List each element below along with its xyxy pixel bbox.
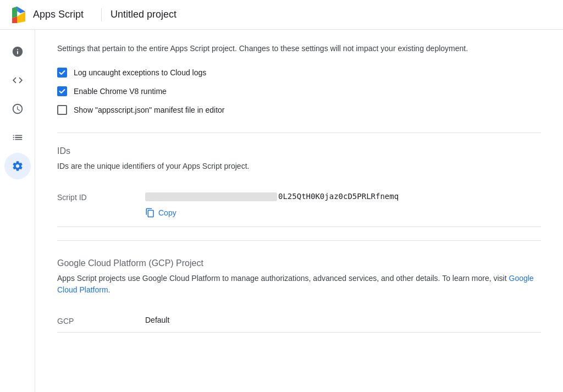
- checkbox-chrome-v8[interactable]: Enable Chrome V8 runtime: [57, 86, 541, 96]
- gcp-description: Apps Script projects use Google Cloud Pl…: [57, 273, 541, 296]
- code-icon: [12, 74, 24, 86]
- sidebar-item-settings[interactable]: [4, 153, 31, 179]
- settings-icon: [12, 160, 24, 172]
- sidebar-item-editor[interactable]: [4, 67, 31, 93]
- script-id-suffix: 0L25QtH0K0jaz0cD5PRLRfnemq: [278, 192, 399, 201]
- copy-icon: [145, 208, 155, 218]
- sidebar-item-triggers[interactable]: [4, 96, 31, 122]
- checkbox-log-exceptions[interactable]: Log uncaught exceptions to Cloud logs: [57, 68, 541, 78]
- svg-marker-2: [17, 12, 25, 23]
- main-content: Settings that pertain to the entire Apps…: [35, 30, 563, 346]
- list-icon: [12, 131, 24, 143]
- copy-button-label: Copy: [158, 208, 176, 217]
- ids-section: IDs IDs are the unique identifiers of yo…: [57, 146, 541, 227]
- checkbox-log-exceptions-label: Log uncaught exceptions to Cloud logs: [74, 68, 206, 77]
- gcp-section: Google Cloud Platform (GCP) Project Apps…: [57, 258, 541, 333]
- sidebar-item-info[interactable]: [4, 38, 31, 65]
- checkmark-icon: [59, 88, 65, 95]
- script-id-text: 0L25QtH0K0jaz0cD5PRLRfnemq: [145, 192, 541, 201]
- app-header: Apps Script Untitled project: [0, 0, 563, 30]
- script-id-redacted: [145, 192, 277, 201]
- script-id-value-container: 0L25QtH0K0jaz0cD5PRLRfnemq Copy: [145, 192, 541, 220]
- app-name-label: Apps Script: [33, 9, 84, 20]
- sidebar: [0, 30, 35, 346]
- ids-section-title: IDs: [57, 146, 541, 156]
- checkbox-chrome-v8-label: Enable Chrome V8 runtime: [74, 87, 167, 96]
- checkbox-show-manifest-label: Show "appsscript.json" manifest file in …: [74, 106, 225, 114]
- ids-section-description: IDs are the unique identifiers of your A…: [57, 161, 541, 172]
- checkbox-group: Log uncaught exceptions to Cloud logs En…: [57, 68, 541, 115]
- checkbox-log-exceptions-box[interactable]: [57, 68, 67, 78]
- script-id-label: Script ID: [57, 192, 145, 202]
- script-id-content: 0L25QtH0K0jaz0cD5PRLRfnemq Copy: [145, 192, 541, 220]
- checkmark-icon: [59, 69, 65, 76]
- sidebar-item-executions[interactable]: [4, 124, 31, 151]
- gcp-label: GCP: [57, 316, 145, 325]
- gcp-description-part1: Apps Script projects use Google Cloud Pl…: [57, 274, 509, 283]
- gcp-field-row: GCP Default: [57, 309, 541, 333]
- gcp-description-part2: .: [108, 285, 111, 294]
- svg-marker-1: [12, 7, 17, 18]
- gcp-value: Default: [145, 316, 541, 324]
- checkbox-show-manifest[interactable]: Show "appsscript.json" manifest file in …: [57, 105, 541, 115]
- info-icon: [12, 46, 24, 58]
- section-divider-ids: [57, 132, 541, 133]
- header-divider: [101, 8, 102, 21]
- settings-intro-text: Settings that pertain to the entire Apps…: [57, 43, 497, 54]
- clock-icon: [12, 103, 24, 115]
- gcp-section-title: Google Cloud Platform (GCP) Project: [57, 258, 541, 268]
- apps-script-logo: [9, 5, 29, 25]
- main-layout: Settings that pertain to the entire Apps…: [0, 30, 563, 346]
- checkbox-chrome-v8-box[interactable]: [57, 86, 67, 96]
- script-id-row: Script ID 0L25QtH0K0jaz0cD5PRLRfnemq Cop…: [57, 185, 541, 227]
- section-divider-gcp: [57, 240, 541, 241]
- checkbox-show-manifest-box[interactable]: [57, 105, 67, 115]
- copy-button[interactable]: Copy: [141, 206, 541, 220]
- logo-container: Apps Script: [9, 5, 92, 25]
- project-name-label: Untitled project: [111, 9, 176, 20]
